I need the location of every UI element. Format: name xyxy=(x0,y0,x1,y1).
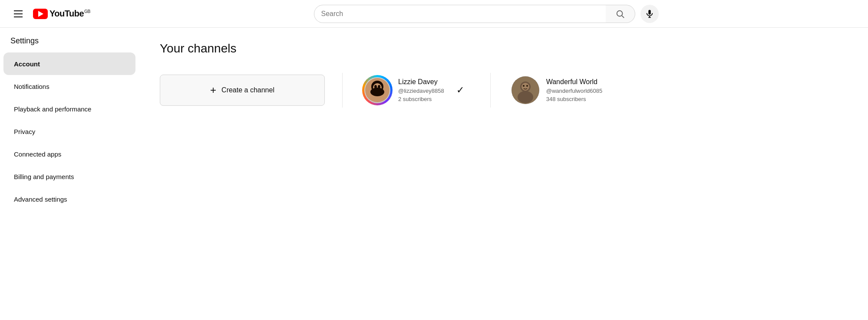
play-triangle-icon xyxy=(38,11,43,17)
svg-rect-2 xyxy=(648,10,651,14)
channel-divider-2 xyxy=(490,73,491,108)
sidebar-item-billing[interactable]: Billing and payments xyxy=(3,165,135,188)
svg-point-13 xyxy=(521,83,529,91)
plus-icon: + xyxy=(210,84,216,96)
channel-card-lizzie[interactable]: Lizzie Davey @lizziedavey8858 2 subscrib… xyxy=(360,73,448,108)
youtube-logo-icon xyxy=(33,9,48,19)
sidebar: Settings Account Notifications Playback … xyxy=(0,28,139,320)
settings-label: Settings xyxy=(0,36,139,52)
avatar-lizzie xyxy=(364,77,390,103)
svg-point-14 xyxy=(518,91,533,103)
sidebar-item-playback[interactable]: Playback and performance xyxy=(3,98,135,120)
svg-point-16 xyxy=(526,85,528,87)
main-content: Your channels + Create a channel xyxy=(139,28,868,320)
channel-handle-wanderful: @wanderfulworld6085 xyxy=(546,88,603,94)
svg-point-10 xyxy=(378,85,380,88)
channel-avatar-lizzie-wrapper xyxy=(363,76,391,104)
search-icon xyxy=(615,9,625,19)
create-channel-button[interactable]: + Create a channel xyxy=(160,75,325,106)
svg-point-15 xyxy=(523,85,525,87)
svg-line-1 xyxy=(622,16,624,18)
country-code: GB xyxy=(84,9,90,14)
avatar-wanderful xyxy=(512,76,539,104)
mic-icon xyxy=(645,9,654,19)
channel-name-wanderful: Wanderful World xyxy=(546,78,603,86)
channel-avatar-wanderful-wrapper xyxy=(512,76,539,104)
channel-subs-lizzie: 2 subscribers xyxy=(398,96,444,102)
search-input-wrapper xyxy=(314,5,606,23)
sidebar-item-connected-apps[interactable]: Connected apps xyxy=(3,143,135,165)
header: YouTubeGB xyxy=(0,0,868,28)
lizzie-avatar-illustration xyxy=(365,78,389,102)
sidebar-item-account[interactable]: Account xyxy=(3,52,135,75)
channel-card-wanderful[interactable]: Wanderful World @wanderfulworld6085 348 … xyxy=(508,73,606,108)
channels-row: + Create a channel xyxy=(160,73,847,108)
channel-divider xyxy=(342,73,343,108)
mic-button[interactable] xyxy=(640,5,659,23)
svg-point-9 xyxy=(374,85,377,88)
channel-name-lizzie: Lizzie Davey xyxy=(398,78,444,86)
page-title: Your channels xyxy=(160,42,847,56)
search-form xyxy=(314,5,635,23)
sidebar-item-advanced[interactable]: Advanced settings xyxy=(3,188,135,210)
channel-handle-lizzie: @lizziedavey8858 xyxy=(398,88,444,94)
svg-point-8 xyxy=(370,88,384,96)
menu-button[interactable] xyxy=(10,7,26,21)
search-button[interactable] xyxy=(606,5,635,23)
header-center xyxy=(115,5,858,23)
channel-info-lizzie: Lizzie Davey @lizziedavey8858 2 subscrib… xyxy=(398,78,444,102)
search-input[interactable] xyxy=(321,10,599,18)
channel-info-wanderful: Wanderful World @wanderfulworld6085 348 … xyxy=(546,78,603,102)
youtube-logo[interactable]: YouTubeGB xyxy=(33,9,90,19)
hamburger-icon xyxy=(14,10,23,17)
selected-checkmark: ✓ xyxy=(456,85,464,96)
sidebar-item-privacy[interactable]: Privacy xyxy=(3,120,135,143)
channel-subs-wanderful: 348 subscribers xyxy=(546,96,603,102)
svg-point-0 xyxy=(617,10,623,16)
app-body: Settings Account Notifications Playback … xyxy=(0,28,868,320)
sidebar-item-notifications[interactable]: Notifications xyxy=(3,75,135,98)
youtube-wordmark: YouTubeGB xyxy=(50,9,90,19)
wanderful-avatar-illustration xyxy=(512,76,539,104)
create-channel-label: Create a channel xyxy=(221,86,274,94)
header-left: YouTubeGB xyxy=(10,7,115,21)
